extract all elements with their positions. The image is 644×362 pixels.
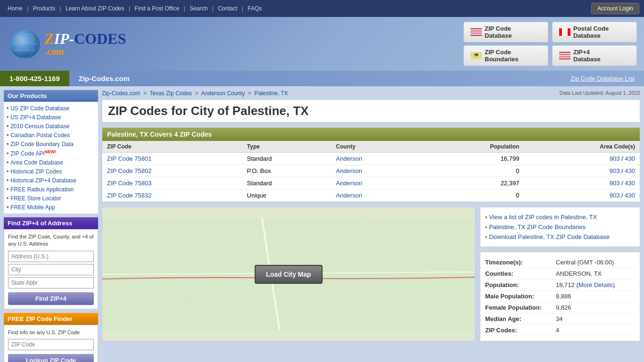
logo-codes: CODES bbox=[74, 30, 126, 47]
sidebar-link-area-code[interactable]: Area Code Database bbox=[10, 159, 63, 166]
breadcrumb-county[interactable]: Anderson County bbox=[201, 90, 245, 97]
sidebar-link-us-zip[interactable]: US ZIP Code Database bbox=[10, 105, 69, 112]
population-cell: 0 bbox=[424, 189, 524, 202]
sidebar-link-canadian[interactable]: Canadian Postal Codes bbox=[10, 132, 70, 139]
zip-code-link[interactable]: ZIP Code 75832 bbox=[107, 192, 151, 199]
info-link-list[interactable]: View a list of ZIP codes in Palestine, T… bbox=[489, 214, 597, 221]
zip-code-table: ZIP Code Type County Population Area Cod… bbox=[102, 141, 640, 202]
area-code-2-link[interactable]: 430 bbox=[625, 180, 635, 187]
county-link[interactable]: Anderson bbox=[336, 180, 363, 187]
find-zip4-form: Find the ZIP Code, County, and +4 of any… bbox=[4, 229, 98, 309]
sidebar-link-us-zip4[interactable]: US ZIP+4 Database bbox=[10, 114, 61, 121]
map-placeholder: Load City Map bbox=[102, 218, 475, 331]
counties-label: Counties: bbox=[485, 270, 556, 277]
zip-code-link[interactable]: ZIP Code 75802 bbox=[107, 167, 151, 174]
zip-code-link[interactable]: ZIP Code 75803 bbox=[107, 180, 151, 187]
sidebar-link-historical[interactable]: Historical ZIP Codes bbox=[10, 168, 62, 175]
find-zip4-button[interactable]: Find ZIP+4 bbox=[8, 292, 94, 305]
county-link[interactable]: Anderson bbox=[336, 167, 363, 174]
zip-code-database-btn[interactable]: ZIP CodeDatabase bbox=[463, 22, 548, 42]
zip-plus4-database-btn[interactable]: ZIP+4Database bbox=[552, 45, 637, 66]
county-link[interactable]: Anderson bbox=[336, 192, 363, 199]
zip-code-link[interactable]: ZIP Code 75801 bbox=[107, 155, 151, 162]
nav-faqs[interactable]: FAQs bbox=[248, 5, 262, 12]
male-pop-label: Male Population: bbox=[485, 293, 556, 300]
sidebar-link-api[interactable]: ZIP Code APINEW! bbox=[10, 150, 56, 157]
nav-learn[interactable]: Learn About ZIP Codes bbox=[66, 5, 124, 12]
breadcrumb-links: Zip-Codes.com > Texas Zip Codes > Anders… bbox=[102, 90, 288, 97]
sidebar-link-store[interactable]: FREE Store Locator bbox=[10, 195, 61, 202]
counties-row: Counties: ANDERSON, TX bbox=[485, 268, 635, 280]
zip-codes-row: ZIP Codes: 4 bbox=[485, 325, 635, 336]
sidebar-link-radius[interactable]: FREE Radius Application bbox=[10, 186, 74, 193]
breadcrumb: Zip-Codes.com > Texas Zip Codes > Anders… bbox=[102, 90, 640, 97]
info-links: View a list of ZIP codes in Palestine, T… bbox=[480, 207, 640, 247]
table-row: ZIP Code 75801 Standard Anderson 16,799 … bbox=[102, 153, 640, 165]
sub-header: 1-800-425-1169 Zip-Codes.com Zip Code Da… bbox=[0, 71, 644, 86]
female-pop-value: 9,826 bbox=[556, 304, 571, 311]
more-details-link[interactable]: More Details bbox=[578, 281, 613, 288]
nav-post-office[interactable]: Find a Post Office bbox=[134, 5, 179, 12]
logo-com: .com bbox=[45, 46, 126, 57]
state-input[interactable] bbox=[8, 277, 94, 288]
zip-code-cell: ZIP Code 75832 bbox=[102, 189, 242, 202]
bottom-section: Load City Map View a list of ZIP codes i… bbox=[102, 207, 640, 341]
zip-code-cell: ZIP Code 75801 bbox=[102, 153, 242, 165]
phone-number: 1-800-425-1169 bbox=[0, 71, 69, 86]
nav-home[interactable]: Home bbox=[8, 5, 23, 12]
header-button-row-2: 🗺 ZIP CodeBoundaries ZIP+4Database bbox=[463, 45, 637, 66]
nav-products[interactable]: Products bbox=[33, 5, 55, 12]
load-city-map-button[interactable]: Load City Map bbox=[255, 265, 322, 284]
area-code-2-link[interactable]: 430 bbox=[625, 192, 635, 199]
median-age-label: Median Age: bbox=[485, 315, 556, 322]
male-pop-row: Male Population: 8,886 bbox=[485, 291, 635, 302]
population-cell: 22,397 bbox=[424, 177, 524, 189]
nav-search[interactable]: Search bbox=[190, 5, 207, 12]
zip-code-boundaries-btn[interactable]: 🗺 ZIP CodeBoundaries bbox=[463, 45, 548, 66]
logo-globe-icon bbox=[7, 27, 45, 60]
postal-code-database-btn[interactable]: Postal CodeDatabase bbox=[552, 22, 637, 42]
breadcrumb-home[interactable]: Zip-Codes.com bbox=[102, 90, 140, 97]
type-cell: Standard bbox=[242, 177, 331, 189]
breadcrumb-texas[interactable]: Texas Zip Codes bbox=[150, 90, 192, 97]
county-cell: Anderson bbox=[331, 189, 424, 202]
area-code-2-link[interactable]: 430 bbox=[625, 155, 635, 162]
info-link-download[interactable]: Download Palestine, TX ZIP Code Database bbox=[489, 233, 610, 240]
account-login-button[interactable]: Account Login bbox=[591, 3, 639, 14]
area-code-2-link[interactable]: 430 bbox=[625, 167, 635, 174]
median-age-value: 34 bbox=[556, 315, 562, 322]
svg-point-0 bbox=[10, 30, 40, 58]
logo-text-area: ZIP-CODES .com bbox=[45, 31, 126, 57]
nav-contact[interactable]: Contact bbox=[218, 5, 237, 12]
zip-table-body: ZIP Code 75801 Standard Anderson 16,799 … bbox=[102, 153, 640, 202]
zip-boundary-icon: 🗺 bbox=[471, 52, 482, 59]
free-finder-desc: Find info on any U.S. ZIP Code bbox=[8, 329, 94, 336]
timezone-value: Central (GMT -06:00) bbox=[556, 259, 614, 266]
area-code-1-link[interactable]: 903 bbox=[610, 155, 620, 162]
area-code-cell: 903 / 430 bbox=[524, 177, 640, 189]
city-input[interactable] bbox=[8, 264, 94, 275]
header-button-row-1: ZIP CodeDatabase Postal CodeDatabase bbox=[463, 22, 637, 42]
find-zip4-desc: Find the ZIP Code, County, and +4 of any… bbox=[8, 233, 94, 248]
county-link[interactable]: Anderson bbox=[336, 155, 363, 162]
breadcrumb-city[interactable]: Palestine, TX bbox=[255, 90, 288, 97]
sidebar-link-census[interactable]: 2010 Census Database bbox=[10, 123, 69, 130]
population-value: 18,712 (More Details) bbox=[556, 281, 615, 288]
database-list-link[interactable]: Zip Code Database List bbox=[561, 71, 644, 86]
address-input[interactable] bbox=[8, 251, 94, 262]
sidebar-link-boundary[interactable]: ZIP Code Boundary Data bbox=[10, 141, 74, 148]
col-population: Population bbox=[424, 141, 524, 153]
zip-code-cell: ZIP Code 75803 bbox=[102, 177, 242, 189]
header-right: ZIP CodeDatabase Postal CodeDatabase 🗺 Z… bbox=[463, 22, 637, 66]
area-code-1-link[interactable]: 903 bbox=[610, 167, 620, 174]
lookup-zip-button[interactable]: Lookup ZIP Code bbox=[8, 354, 94, 362]
info-link-boundaries[interactable]: Palestine, TX ZIP Code Boundaries bbox=[489, 223, 586, 230]
col-zip-code: ZIP Code bbox=[102, 141, 242, 153]
area-code-1-link[interactable]: 903 bbox=[610, 180, 620, 187]
sidebar-link-mobile[interactable]: FREE Mobile App bbox=[10, 204, 55, 211]
zip-code-input[interactable] bbox=[8, 339, 94, 350]
find-zip4-header: Find ZIP+4 of Address bbox=[4, 217, 98, 229]
area-code-1-link[interactable]: 903 bbox=[610, 192, 620, 199]
products-links: US ZIP Code Database US ZIP+4 Database 2… bbox=[4, 102, 98, 214]
sidebar-link-historical-zip4[interactable]: Historical ZIP+4 Database bbox=[10, 177, 76, 184]
